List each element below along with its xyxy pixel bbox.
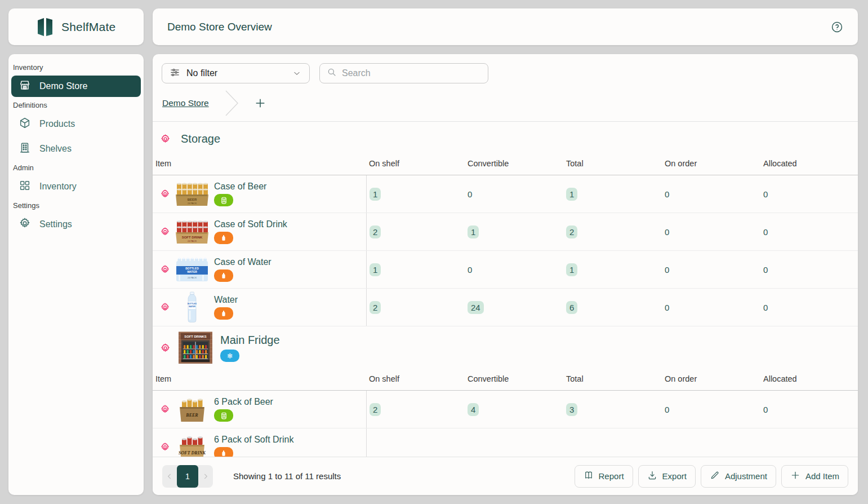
export-button[interactable]: Export [638, 465, 696, 488]
button-label: Adjustment [725, 471, 767, 481]
cell-total: 1 [563, 251, 662, 288]
product-name: Case of Beer [214, 182, 266, 192]
search-input[interactable] [342, 68, 481, 78]
section-image-main-fridge: SOFT DRINKS [179, 332, 212, 364]
sidebar-item-label: Settings [39, 219, 72, 229]
cell-on-order [662, 428, 760, 457]
svg-text:BEER: BEER [188, 198, 197, 201]
add-location-button[interactable] [253, 96, 268, 110]
toolbar: No filter [153, 54, 858, 83]
product-image-water: BOTTLEDWATER [175, 291, 209, 323]
section-settings-gear-icon[interactable] [160, 343, 171, 353]
section-settings-gear-icon[interactable] [160, 134, 171, 144]
page-number-button[interactable]: 1 [177, 465, 198, 488]
svg-text:SOFT DRINK: SOFT DRINK [182, 236, 203, 239]
cell-total: 3 [563, 391, 662, 428]
cell-convertible: 1 [465, 213, 563, 250]
cell-allocated: 0 [760, 175, 858, 213]
cell-total: 2 [563, 213, 662, 250]
filter-select[interactable]: No filter [162, 63, 310, 83]
svg-text:24 PACK: 24 PACK [188, 240, 197, 242]
product-name: 6 Pack of Beer [214, 397, 273, 407]
chevron-left-icon[interactable] [162, 465, 177, 488]
product-image-6-pack-of-beer: BEER [175, 394, 209, 425]
cell-allocated: 0 [760, 213, 858, 250]
cell-convertible: 0 [465, 251, 563, 288]
breadcrumb-link-demo-store[interactable]: Demo Store [162, 98, 209, 108]
value-chip: 2 [370, 301, 381, 314]
table-sections: StorageItemOn shelfConvertibleTotalOn or… [153, 122, 858, 457]
sidebar-item-label: Products [39, 119, 75, 129]
cell-total: 1 [563, 175, 662, 213]
value-chip: 24 [468, 301, 484, 314]
row-settings-gear-icon[interactable] [160, 302, 170, 312]
cell-on-shelf: 2 [366, 213, 465, 250]
value-chip: 2 [370, 226, 381, 238]
table-header-row: ItemOn shelfConvertibleTotalOn orderAllo… [153, 154, 858, 175]
sliders-icon [170, 67, 180, 80]
cell-convertible: 0 [465, 175, 563, 213]
value-chip: 1 [468, 226, 479, 238]
section-title: Main Fridge [220, 334, 280, 347]
value-chip: 2 [566, 226, 577, 238]
add-item-button[interactable]: Add Item [781, 465, 848, 488]
keg-icon-badge [214, 409, 233, 422]
table-header-row: ItemOn shelfConvertibleTotalOn orderAllo… [153, 369, 858, 391]
row-settings-gear-icon[interactable] [160, 404, 170, 414]
svg-text:WATER: WATER [189, 306, 196, 308]
cell-on-shelf: 1 [366, 251, 465, 288]
chevron-right-small-icon[interactable] [198, 465, 213, 488]
value-chip: 1 [370, 188, 381, 201]
product-name: 6 Pack of Soft Drink [214, 435, 293, 445]
row-settings-gear-icon[interactable] [160, 227, 170, 237]
help-circle-icon[interactable] [831, 21, 843, 33]
item-cell: BOTTLEDWATER Water [153, 289, 366, 326]
app-name: ShelfMate [61, 20, 115, 34]
sidebar-section-label: Inventory [13, 63, 140, 72]
report-icon [584, 470, 594, 482]
adjustment-button[interactable]: Adjustment [701, 465, 776, 488]
cell-on-shelf: 2 [366, 289, 465, 326]
sidebar-item-products[interactable]: Products [11, 113, 141, 135]
item-cell: SOFT DRINK 6 Pack of Soft Drink [153, 428, 366, 457]
column-header-on-shelf: On shelf [366, 374, 465, 383]
button-label: Add Item [805, 471, 839, 481]
column-header-on-order: On order [662, 159, 760, 168]
app-logo-card: ShelfMate [8, 8, 144, 45]
product-image-case-of-beer: BEER24 PACK [175, 178, 209, 210]
value-text: 0 [665, 189, 669, 199]
item-cell: BOTTLEDWATER 24 PACK Case of Water [153, 251, 366, 288]
table-row-case-of-soft-drink: SOFT DRINK24 PACK Case of Soft Drink 212… [153, 213, 858, 251]
svg-text:BEER: BEER [185, 413, 198, 418]
cog-icon [19, 217, 31, 232]
pagination: 1 [162, 465, 213, 488]
cell-convertible: 24 [465, 289, 563, 326]
cell-allocated: 0 [760, 289, 858, 326]
main-content: No filter Demo Store StorageItemOn s [153, 54, 858, 457]
column-header-convertible: Convertible [465, 159, 563, 168]
row-settings-gear-icon[interactable] [160, 189, 170, 199]
product-image-case-of-soft-drink: SOFT DRINK24 PACK [175, 216, 209, 247]
sidebar-item-demo-store[interactable]: Demo Store [11, 76, 141, 97]
button-label: Report [599, 471, 624, 481]
value-text: 0 [665, 405, 669, 414]
section-title: Storage [181, 132, 220, 145]
row-settings-gear-icon[interactable] [160, 264, 170, 275]
sidebar-item-shelves[interactable]: Shelves [11, 138, 141, 160]
sidebar-item-inventory[interactable]: Inventory [11, 176, 141, 197]
product-image-case-of-water: BOTTLEDWATER 24 PACK [175, 254, 209, 285]
column-header-total: Total [563, 374, 662, 383]
search-box [319, 63, 488, 83]
cell-total [563, 428, 662, 457]
column-header-total: Total [563, 159, 662, 168]
cell-allocated: 0 [760, 391, 858, 428]
row-settings-gear-icon[interactable] [160, 442, 170, 452]
product-image-6-pack-of-soft-drink: SOFT DRINK [175, 431, 209, 457]
value-text: 0 [665, 265, 669, 275]
report-button[interactable]: Report [575, 465, 633, 488]
table-row-case-of-water: BOTTLEDWATER 24 PACK Case of Water 10100 [153, 251, 858, 289]
sidebar-item-settings[interactable]: Settings [11, 214, 141, 235]
column-header-allocated: Allocated [760, 374, 858, 383]
value-chip: 1 [566, 188, 577, 201]
bottle-icon-badge [214, 269, 233, 282]
